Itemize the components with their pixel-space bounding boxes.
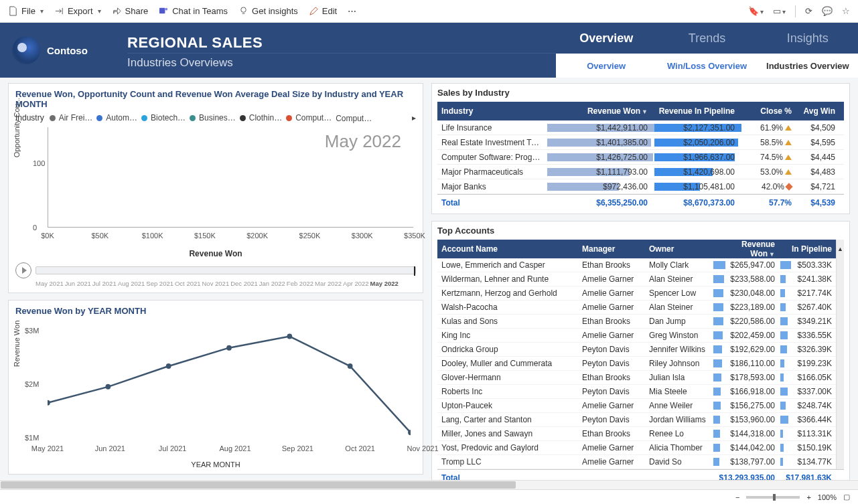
zoom-slider[interactable] — [746, 496, 800, 499]
table-row[interactable]: Real Estate Investment Trusts $1,401,385… — [437, 135, 844, 150]
zoom-level: 100% — [818, 493, 837, 501]
trend-up-icon — [785, 169, 792, 175]
file-menu[interactable]: File▾ — [8, 6, 44, 16]
legend-item[interactable]: Clothin… — [240, 113, 282, 122]
subtab-overview[interactable]: Overview — [556, 56, 656, 76]
legend-item[interactable]: Comput… — [336, 114, 372, 123]
get-insights-button[interactable]: Get insights — [238, 6, 298, 16]
table-row[interactable]: Lang, Carter and Stanton Peyton Davis Jo… — [437, 413, 836, 427]
file-icon — [8, 6, 18, 16]
comment-button[interactable]: 💬 — [822, 6, 833, 16]
sales-by-industry-card[interactable]: Sales by Industry Industry Revenue Won▼ … — [431, 83, 850, 214]
report-title: REGIONAL SALES — [127, 31, 556, 54]
tab-insights[interactable]: Insights — [758, 26, 858, 51]
scatter-plot-area: May 2022 — [48, 127, 413, 228]
ta-header: Account Name Manager Owner Revenue Won▼ … — [437, 240, 836, 258]
legend-item[interactable]: Comput… — [286, 113, 332, 122]
pencil-icon — [309, 6, 319, 16]
table-row[interactable]: Upton-Paucek Amelie Garner Anne Weiler $… — [437, 399, 836, 413]
chat-teams-button[interactable]: Chat in Teams — [159, 6, 228, 16]
trend-up-icon — [785, 155, 792, 160]
favorite-button[interactable]: ☆ — [842, 6, 850, 16]
scatter-y-axis-label: Opportunity Cou... — [13, 98, 21, 157]
table-row[interactable]: Yost, Predovic and Gaylord Amelie Garner… — [437, 441, 836, 455]
legend-item[interactable]: Autom… — [96, 113, 137, 122]
scatter-legend: Industry Air Frei…Autom…Biotech…Busines…… — [15, 113, 416, 123]
table-row[interactable]: King Inc Amelie Garner Greg Winston $202… — [437, 329, 836, 343]
table-row[interactable]: Miller, Jones and Sawayn Ethan Brooks Re… — [437, 427, 836, 441]
table-row[interactable]: Major Pharmaceuticals $1,111,793.00 $1,4… — [437, 165, 844, 179]
status-bar: − + 100% ▢ — [0, 489, 858, 504]
table-row[interactable]: Major Banks $972,436.00 $1,105,481.00 42… — [437, 179, 844, 194]
teams-icon — [159, 6, 169, 16]
top-accounts-card[interactable]: Top Accounts Account Name Manager Owner … — [431, 221, 850, 489]
time-slider[interactable] — [35, 266, 416, 274]
share-button[interactable]: Share — [112, 6, 149, 16]
chevron-down-icon: ▾ — [40, 7, 44, 15]
svg-point-2 — [241, 7, 246, 13]
refresh-button[interactable]: ⟳ — [805, 6, 812, 16]
slider-tick-labels: May 2021Jun 2021Jul 2021Aug 2021Sep 2021… — [15, 278, 416, 287]
line-y-axis-label: Revenue Won — [13, 320, 21, 367]
svg-point-8 — [348, 363, 353, 369]
table-row[interactable]: Dooley, Muller and Cummerata Peyton Davi… — [437, 357, 836, 371]
table-row[interactable]: Glover-Hermann Ethan Brooks Julian Isla … — [437, 371, 836, 385]
more-menu[interactable]: ⋯ — [348, 6, 356, 16]
svg-point-5 — [166, 363, 171, 369]
svg-point-7 — [287, 333, 292, 339]
scatter-watermark: May 2022 — [325, 131, 401, 152]
export-menu[interactable]: Export▾ — [54, 6, 101, 16]
company-logo — [12, 36, 40, 64]
subtab-industries[interactable]: Industries Overview — [758, 56, 858, 76]
tab-overview[interactable]: Overview — [556, 26, 656, 51]
company-name: Contoso — [47, 45, 88, 56]
subtab-winloss[interactable]: Win/Loss Overview — [656, 56, 757, 76]
slider-thumb[interactable] — [414, 266, 415, 276]
table-row[interactable]: Life Insurance $1,442,911.00 $2,127,351.… — [437, 120, 844, 135]
line-chart-title: Revenue Won by YEAR MONTH — [15, 306, 416, 316]
table-row[interactable]: Kertzmann, Herzog and Gerhold Amelie Gar… — [437, 286, 836, 301]
zoom-in-button[interactable]: + — [806, 493, 810, 501]
legend-item[interactable]: Busines… — [190, 113, 236, 122]
table-row[interactable]: Roberts Inc Peyton Davis Mia Steele $166… — [437, 385, 836, 399]
table-row[interactable]: Walsh-Pacocha Amelie Garner Alan Steiner… — [437, 301, 836, 315]
table-row[interactable]: Ondricka Group Peyton Davis Jennifer Wil… — [437, 343, 836, 357]
section-tabs: Overview Trends Insights — [556, 23, 858, 54]
fit-page-button[interactable]: ▢ — [843, 493, 850, 501]
bookmark-menu[interactable]: 🔖▾ — [748, 6, 764, 16]
scatter-x-axis-label: Revenue Won — [15, 249, 416, 258]
tab-trends[interactable]: Trends — [656, 26, 757, 51]
legend-item[interactable]: Air Frei… — [50, 113, 93, 122]
sales-by-industry-title: Sales by Industry — [437, 88, 844, 98]
play-button[interactable] — [15, 262, 31, 278]
view-menu[interactable]: ▭▾ — [773, 6, 786, 16]
trend-up-icon — [785, 140, 792, 145]
scrollbar-up-icon[interactable]: ▲ — [836, 240, 844, 258]
table-row[interactable]: Computer Software: Progra... $1,426,725.… — [437, 150, 844, 165]
edit-button[interactable]: Edit — [309, 6, 337, 16]
top-accounts-title: Top Accounts — [437, 226, 844, 236]
line-x-axis-label: YEAR MONTH — [15, 460, 416, 469]
vertical-scrollbar[interactable] — [836, 258, 844, 469]
legend-next-icon[interactable]: ▸ — [412, 113, 416, 122]
horizontal-scrollbar[interactable] — [0, 480, 858, 489]
sbi-total-row: Total $6,355,250.00 $8,670,373.00 57.7% … — [437, 194, 844, 209]
line-plot-area — [48, 323, 411, 442]
svg-rect-0 — [159, 8, 165, 13]
chevron-down-icon: ▾ — [98, 7, 101, 15]
table-row[interactable]: Lowe, Emmerich and Casper Ethan Brooks M… — [437, 258, 836, 272]
trend-warn-icon — [785, 183, 792, 190]
scatter-card[interactable]: Revenue Won, Opportunity Count and Reven… — [8, 83, 423, 293]
sort-desc-icon: ▼ — [769, 251, 775, 258]
share-icon — [112, 6, 122, 16]
legend-item[interactable]: Biotech… — [141, 113, 186, 122]
bulb-icon — [238, 6, 248, 16]
svg-point-4 — [105, 384, 111, 389]
table-row[interactable]: Kulas and Sons Ethan Brooks Dan Jump $22… — [437, 315, 836, 329]
play-icon — [22, 267, 27, 274]
line-chart-card[interactable]: Revenue Won by YEAR MONTH Revenue Won $3… — [8, 300, 423, 475]
table-row[interactable]: Tromp LLC Amelie Garner David So $138,79… — [437, 455, 836, 469]
zoom-out-button[interactable]: − — [735, 493, 739, 501]
report-content: Revenue Won, Opportunity Count and Reven… — [0, 78, 858, 479]
table-row[interactable]: Wilderman, Lehner and Runte Amelie Garne… — [437, 272, 836, 286]
